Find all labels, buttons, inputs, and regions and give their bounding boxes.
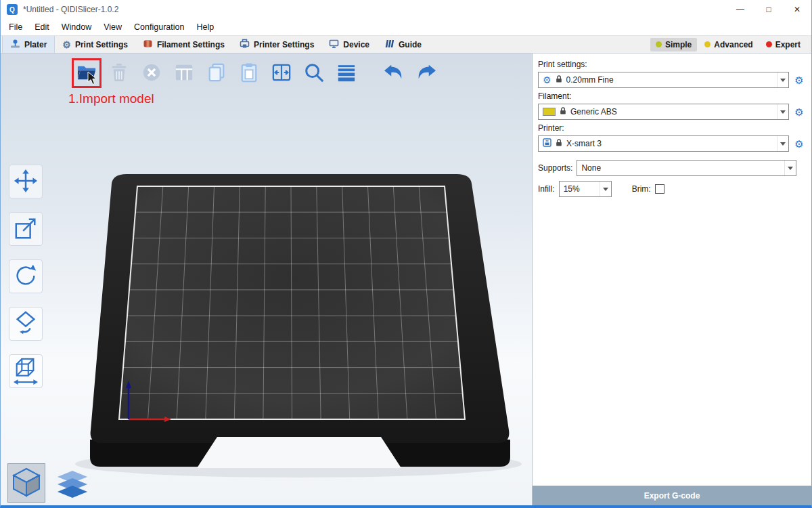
menu-window[interactable]: Window — [55, 22, 97, 32]
search-icon — [303, 62, 325, 85]
printer-label: Printer: — [538, 123, 806, 133]
delete-icon — [110, 62, 129, 85]
infill-label: Infill: — [538, 184, 555, 194]
paste-button[interactable] — [236, 60, 262, 86]
undo-icon — [382, 63, 405, 84]
close-button[interactable]: ✕ — [783, 0, 811, 19]
printer-gear-button[interactable]: ⚙ — [792, 139, 806, 149]
3d-editor-view-button[interactable] — [7, 463, 45, 503]
lock-icon — [556, 75, 562, 85]
delete-button[interactable] — [106, 60, 132, 86]
3d-cube-icon — [12, 467, 41, 499]
delete-all-icon — [141, 62, 162, 85]
rotate-icon — [13, 263, 39, 291]
chevron-down-icon — [777, 104, 788, 119]
device-icon — [329, 39, 339, 51]
tab-device[interactable]: Device — [321, 36, 377, 53]
copy-button[interactable] — [204, 60, 229, 86]
viewport-3d[interactable]: 1.Import model — [1, 54, 532, 505]
simple-mode-dot — [656, 41, 662, 47]
advanced-mode-dot — [704, 41, 710, 47]
chevron-down-icon — [777, 136, 788, 151]
delete-all-button[interactable] — [139, 60, 164, 86]
mode-expert[interactable]: Expert — [761, 38, 806, 51]
expert-mode-dot — [766, 41, 772, 47]
minimize-button[interactable]: — — [726, 0, 754, 19]
tabbar: Plater ⚙ Print Settings Filament Setting… — [1, 35, 811, 54]
brim-checkbox[interactable] — [655, 184, 664, 194]
guide-icon — [384, 39, 394, 51]
chevron-down-icon — [777, 72, 788, 87]
print-settings-value: 0.20mm Fine — [566, 75, 773, 85]
copy-icon — [207, 62, 226, 85]
filament-icon — [143, 39, 153, 51]
export-gcode-button[interactable]: Export G-code — [533, 486, 811, 505]
variable-layer-height-button[interactable] — [334, 60, 359, 86]
menu-view[interactable]: View — [97, 22, 128, 32]
import-annotation: 1.Import model — [68, 91, 154, 106]
supports-value: None — [581, 163, 780, 173]
brim-label: Brim: — [632, 184, 651, 194]
gear-icon: ⚙ — [543, 75, 551, 85]
menu-file[interactable]: File — [3, 22, 28, 32]
supports-combo[interactable]: None — [577, 160, 796, 176]
rotate-button[interactable] — [9, 259, 43, 293]
supports-label: Supports: — [538, 163, 572, 173]
tab-plater[interactable]: Plater — [2, 36, 55, 53]
filament-label: Filament: — [538, 91, 806, 101]
tab-guide[interactable]: Guide — [377, 36, 429, 53]
printer-icon — [240, 39, 250, 51]
settings-sidebar: Print settings: ⚙ 0.20mm Fine ⚙ Filament… — [532, 54, 811, 505]
mouse-cursor — [87, 71, 98, 86]
search-button[interactable] — [301, 60, 327, 86]
print-bed — [1, 54, 532, 505]
titlebar: Q *Untitled - QIDISlicer-1.0.2 — □ ✕ — [1, 0, 811, 19]
menubar: File Edit Window View Configuration Help — [1, 19, 811, 35]
mode-switcher: Simple Advanced Expert — [650, 36, 811, 53]
place-on-face-icon — [13, 310, 39, 338]
chevron-down-icon — [784, 161, 796, 175]
measure-button[interactable] — [9, 354, 43, 388]
printer-value: X-smart 3 — [566, 139, 773, 148]
app-icon: Q — [7, 4, 18, 15]
menu-edit[interactable]: Edit — [28, 22, 55, 32]
arrange-button[interactable] — [171, 60, 197, 86]
filament-value: Generic ABS — [570, 107, 773, 117]
printer-combo[interactable]: X-smart 3 — [538, 135, 789, 152]
app-window: Q *Untitled - QIDISlicer-1.0.2 — □ ✕ Fil… — [0, 0, 812, 508]
window-title: *Untitled - QIDISlicer-1.0.2 — [23, 5, 118, 14]
lock-icon — [556, 139, 562, 149]
main-area: 1.Import model — [1, 54, 811, 505]
plater-icon — [10, 39, 20, 51]
split-objects-button[interactable] — [269, 60, 294, 86]
maximize-button[interactable]: □ — [754, 0, 783, 19]
menu-configuration[interactable]: Configuration — [128, 22, 190, 32]
scale-button[interactable] — [9, 212, 43, 246]
move-icon — [14, 169, 38, 195]
mode-advanced[interactable]: Advanced — [699, 38, 758, 51]
sliced-layers-icon — [56, 471, 89, 501]
filament-combo[interactable]: Generic ABS — [538, 104, 789, 120]
place-on-face-button[interactable] — [9, 307, 43, 341]
viewport-toolbar — [74, 60, 439, 86]
tab-printer-settings[interactable]: Printer Settings — [232, 36, 321, 53]
print-settings-combo[interactable]: ⚙ 0.20mm Fine — [538, 72, 789, 88]
move-button[interactable] — [9, 165, 43, 198]
mode-simple[interactable]: Simple — [650, 38, 697, 51]
view-switcher — [7, 463, 91, 503]
filament-gear-button[interactable]: ⚙ — [792, 107, 806, 117]
paste-icon — [240, 62, 258, 85]
gizmo-toolbar — [9, 165, 43, 388]
undo-button[interactable] — [381, 60, 407, 86]
print-settings-gear-button[interactable]: ⚙ — [792, 75, 806, 85]
infill-combo[interactable]: 15% — [559, 181, 612, 197]
tab-print-settings[interactable]: ⚙ Print Settings — [55, 36, 135, 53]
print-settings-label: Print settings: — [538, 60, 806, 69]
split-objects-icon — [271, 63, 292, 84]
menu-help[interactable]: Help — [190, 22, 220, 32]
measure-icon — [13, 356, 39, 387]
arrange-icon — [174, 62, 194, 85]
tab-filament-settings[interactable]: Filament Settings — [135, 36, 232, 53]
preview-sliced-view-button[interactable] — [53, 469, 91, 503]
redo-button[interactable] — [413, 60, 439, 86]
